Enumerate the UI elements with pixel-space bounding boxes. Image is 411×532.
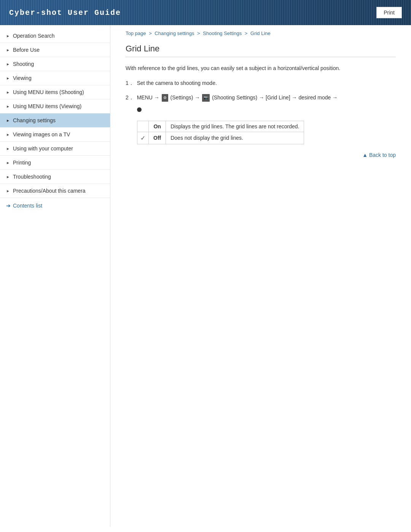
- site-title: Cyber-shot User Guide: [9, 8, 121, 17]
- table-cell-option: Off: [149, 132, 166, 144]
- sidebar-item-viewing[interactable]: ► Viewing: [0, 71, 110, 85]
- sidebar-item-label: Using MENU items (Shooting): [13, 89, 84, 95]
- sidebar-item-label: Before Use: [13, 47, 40, 53]
- print-button[interactable]: Print: [376, 7, 402, 18]
- checkmark-icon: ✓: [140, 135, 145, 141]
- table-cell-icon: [137, 121, 149, 132]
- sidebar-item-changing-settings[interactable]: ► Changing settings: [0, 113, 110, 128]
- content-section: With reference to the grid lines, you ca…: [126, 64, 396, 158]
- breadcrumb-shooting-settings[interactable]: Shooting Settings: [203, 30, 242, 36]
- sidebar-item-label: Viewing: [13, 75, 32, 81]
- arrow-icon: →: [194, 94, 200, 101]
- step-2: 2． MENU → ⚙ (Settings) → 📷 (Shooting Set…: [126, 93, 396, 102]
- sidebar-item-label: Using with your computer: [13, 145, 73, 152]
- sidebar-item-using-menu-shooting[interactable]: ► Using MENU items (Shooting): [0, 85, 110, 99]
- chevron-right-icon: ►: [6, 76, 10, 80]
- chevron-right-icon: ►: [6, 175, 10, 179]
- contents-list-link[interactable]: ➔ Contents list: [0, 198, 110, 213]
- arrow-icon: →: [332, 94, 338, 101]
- step-1-number: 1．: [126, 80, 134, 86]
- table-row: On Displays the grid lines. The grid lin…: [137, 121, 304, 132]
- settings-table: On Displays the grid lines. The grid lin…: [137, 121, 304, 144]
- sidebar-item-label: Printing: [13, 160, 31, 166]
- table-row: ✓ Off Does not display the grid lines.: [137, 132, 304, 144]
- settings-icon: ⚙: [162, 94, 168, 102]
- contents-list-label: Contents list: [13, 203, 42, 209]
- sidebar-item-label: Viewing images on a TV: [13, 131, 70, 137]
- shooting-settings-icon: 📷: [202, 94, 210, 102]
- main-layout: ► Operation Search ► Before Use ► Shooti…: [0, 25, 411, 527]
- table-cell-description: Displays the grid lines. The grid lines …: [166, 121, 304, 132]
- back-to-top[interactable]: ▲ Back to top: [126, 152, 396, 158]
- sidebar-item-before-use[interactable]: ► Before Use: [0, 43, 110, 57]
- breadcrumb-current-page: Grid Line: [250, 30, 271, 36]
- step-2-text: MENU → ⚙ (Settings) → 📷 (Shooting Settin…: [137, 94, 338, 101]
- chevron-right-icon: ►: [6, 189, 10, 193]
- sidebar-item-label: Shooting: [13, 61, 34, 67]
- chevron-right-icon: ►: [6, 118, 10, 123]
- intro-text: With reference to the grid lines, you ca…: [126, 64, 396, 72]
- sidebar-item-printing[interactable]: ► Printing: [0, 156, 110, 170]
- breadcrumb-changing-settings[interactable]: Changing settings: [155, 30, 194, 36]
- sidebar-item-label: Operation Search: [13, 33, 55, 39]
- arrow-right-icon: ➔: [6, 203, 11, 209]
- sidebar-item-label: Using MENU items (Viewing): [13, 103, 81, 109]
- chevron-right-icon: ►: [6, 62, 10, 66]
- sidebar-item-precautions[interactable]: ► Precautions/About this camera: [0, 184, 110, 198]
- breadcrumb-top-page[interactable]: Top page: [126, 30, 146, 36]
- sidebar-item-label: Precautions/About this camera: [13, 188, 86, 194]
- sidebar-item-operation-search[interactable]: ► Operation Search: [0, 29, 110, 43]
- sidebar-item-label: Changing settings: [13, 117, 56, 123]
- sidebar-item-using-menu-viewing[interactable]: ► Using MENU items (Viewing): [0, 99, 110, 113]
- back-to-top-link[interactable]: ▲ Back to top: [362, 152, 396, 158]
- arrow-icon: →: [259, 94, 264, 101]
- sidebar-item-using-computer[interactable]: ► Using with your computer: [0, 142, 110, 156]
- sidebar-item-shooting[interactable]: ► Shooting: [0, 57, 110, 71]
- chevron-right-icon: ►: [6, 90, 10, 94]
- main-content: Top page > Changing settings > Shooting …: [110, 25, 411, 527]
- chevron-right-icon: ►: [6, 34, 10, 38]
- sidebar-item-viewing-tv[interactable]: ► Viewing images on a TV: [0, 128, 110, 142]
- step-2-bullet: [137, 107, 396, 113]
- chevron-right-icon: ►: [6, 48, 10, 52]
- breadcrumb: Top page > Changing settings > Shooting …: [126, 25, 396, 44]
- table-cell-option: On: [149, 121, 166, 132]
- page-title: Grid Line: [126, 44, 396, 57]
- chevron-right-icon: ►: [6, 133, 10, 137]
- table-cell-icon: ✓: [137, 132, 149, 144]
- back-to-top-label: Back to top: [369, 152, 396, 158]
- chevron-right-icon: ►: [6, 161, 10, 165]
- sidebar-item-troubleshooting[interactable]: ► Troubleshooting: [0, 170, 110, 184]
- chevron-right-icon: ►: [6, 147, 10, 151]
- step-1: 1． Set the camera to shooting mode.: [126, 78, 396, 88]
- chevron-right-icon: ►: [6, 104, 10, 109]
- triangle-up-icon: ▲: [362, 152, 368, 158]
- step-2-number: 2．: [126, 94, 134, 101]
- step-1-text: Set the camera to shooting mode.: [137, 80, 217, 86]
- bullet-icon: [137, 107, 142, 112]
- page-header: Cyber-shot User Guide Print: [0, 0, 411, 25]
- arrow-icon: →: [292, 94, 297, 101]
- arrow-icon: →: [154, 94, 159, 101]
- sidebar-item-label: Troubleshooting: [13, 174, 51, 180]
- sidebar: ► Operation Search ► Before Use ► Shooti…: [0, 25, 110, 527]
- table-cell-description: Does not display the grid lines.: [166, 132, 304, 144]
